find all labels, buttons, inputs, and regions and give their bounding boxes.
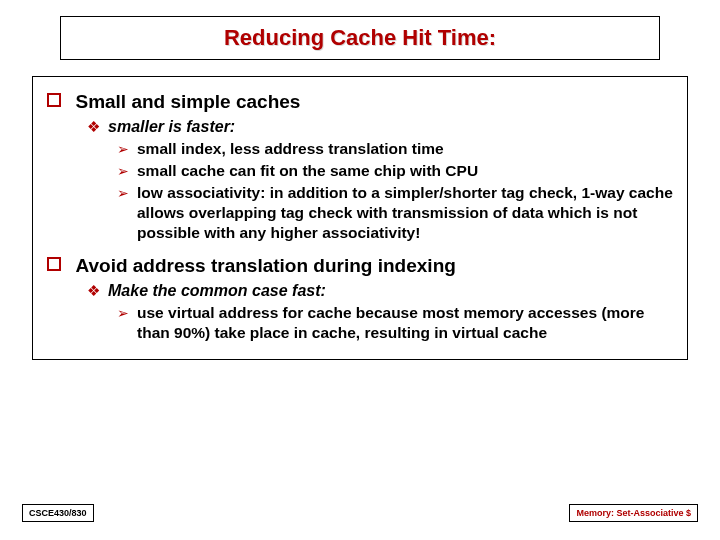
sub-item: ❖ smaller is faster:	[87, 117, 673, 137]
section-heading-2: Avoid address translation during indexin…	[47, 255, 673, 277]
arrow-bullet-icon: ➢	[117, 183, 129, 203]
diamond-bullet-icon: ❖	[87, 117, 100, 137]
title-box: Reducing Cache Hit Time:	[60, 16, 660, 60]
square-bullet-icon	[47, 93, 61, 107]
section-1-body: ❖ smaller is faster: ➢ small index, less…	[47, 117, 673, 243]
arrow-bullet-icon: ➢	[117, 303, 129, 323]
slide-title: Reducing Cache Hit Time:	[224, 25, 496, 50]
item-text: use virtual address for cache because mo…	[137, 303, 673, 343]
footer-topic: Memory: Set-Associative $	[569, 504, 698, 522]
sub-text: Make the common case fast:	[108, 281, 326, 301]
heading-text: Small and simple caches	[75, 91, 300, 112]
diamond-bullet-icon: ❖	[87, 281, 100, 301]
arrow-bullet-icon: ➢	[117, 161, 129, 181]
sub-text: smaller is faster:	[108, 117, 235, 137]
section-heading-1: Small and simple caches	[47, 91, 673, 113]
list-item: ➢ small index, less address translation …	[117, 139, 673, 159]
sub-items-list: ➢ use virtual address for cache because …	[87, 303, 673, 343]
item-text: small index, less address translation ti…	[137, 139, 444, 159]
item-text: low associativity: in addition to a simp…	[137, 183, 673, 243]
item-text: small cache can fit on the same chip wit…	[137, 161, 478, 181]
arrow-bullet-icon: ➢	[117, 139, 129, 159]
content-box: Small and simple caches ❖ smaller is fas…	[32, 76, 688, 360]
list-item: ➢ use virtual address for cache because …	[117, 303, 673, 343]
sub-item: ❖ Make the common case fast:	[87, 281, 673, 301]
section-2-body: ❖ Make the common case fast: ➢ use virtu…	[47, 281, 673, 343]
list-item: ➢ small cache can fit on the same chip w…	[117, 161, 673, 181]
footer-course-code: CSCE430/830	[22, 504, 94, 522]
list-item: ➢ low associativity: in addition to a si…	[117, 183, 673, 243]
sub-items-list: ➢ small index, less address translation …	[87, 139, 673, 243]
heading-text: Avoid address translation during indexin…	[75, 255, 455, 276]
square-bullet-icon	[47, 257, 61, 271]
